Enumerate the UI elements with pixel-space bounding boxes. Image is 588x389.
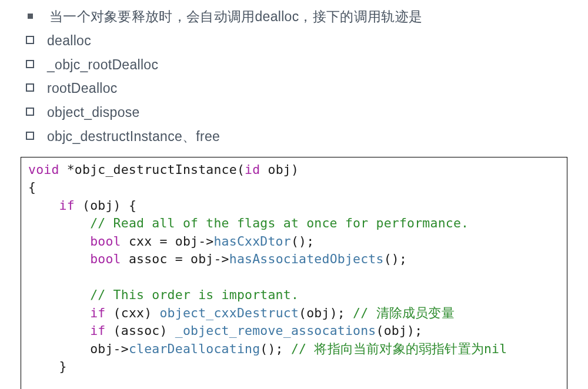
code-text: (); [291, 234, 314, 249]
list-item: 当一个对象要释放时，会自动调用dealloc，接下的调用轨迹是 [21, 6, 567, 28]
code-text: (assoc) [105, 323, 175, 338]
code-comment: // Read all of the flags at once for per… [90, 216, 469, 230]
code-keyword: if [90, 323, 105, 338]
code-block: void *objc_destructInstance(id obj) { if… [21, 157, 567, 389]
code-text: (); [384, 251, 407, 266]
code-keyword: if [90, 306, 105, 320]
code-keyword: if [59, 198, 75, 213]
code-text [28, 234, 90, 249]
code-text [28, 306, 90, 320]
bullet-hollow-icon [26, 132, 34, 140]
list-item-text: _objc_rootDealloc [47, 54, 158, 76]
code-call: hasCxxDtor [213, 234, 290, 249]
list-item: rootDealloc [21, 78, 567, 99]
call-trace-list: 当一个对象要释放时，会自动调用dealloc，接下的调用轨迹是 dealloc … [21, 6, 567, 147]
code-text: { [28, 180, 36, 195]
bullet-filled-icon [28, 14, 33, 19]
code-text: (cxx) [105, 306, 159, 320]
bullet-hollow-icon [26, 36, 34, 44]
code-keyword: bool [90, 251, 121, 266]
code-text: (obj); [376, 323, 423, 338]
code-call: _object_remove_assocations [175, 323, 376, 338]
code-text: (obj); [299, 306, 353, 320]
list-item-text: object_dispose [47, 102, 140, 123]
list-item-text: rootDealloc [47, 78, 118, 99]
list-item-text: dealloc [47, 30, 91, 52]
code-text: (); [260, 341, 291, 356]
code-keyword: bool [90, 234, 121, 249]
code-text: } [28, 359, 67, 374]
code-text [28, 323, 90, 338]
code-keyword: id [245, 162, 260, 177]
bullet-hollow-icon [26, 60, 34, 68]
code-keyword: void [28, 162, 59, 177]
code-text: obj) [260, 162, 299, 177]
list-item-text: 当一个对象要释放时，会自动调用dealloc，接下的调用轨迹是 [49, 6, 422, 28]
list-item-text: objc_destructInstance、free [47, 126, 220, 147]
code-text: (obj) { [75, 198, 136, 213]
code-text [28, 251, 90, 266]
code-call: object_cxxDestruct [159, 306, 299, 320]
code-comment: // This order is important. [90, 287, 299, 302]
code-comment: // 清除成员变量 [353, 306, 455, 320]
list-item: object_dispose [21, 102, 567, 123]
code-comment: // 将指向当前对象的弱指针置为nil [291, 341, 507, 356]
code-text: assoc = obj-> [121, 251, 229, 266]
code-text: *objc_destructInstance( [59, 162, 245, 177]
code-text: obj-> [28, 341, 129, 356]
code-text [28, 198, 59, 213]
code-text [28, 287, 90, 302]
code-text: cxx = obj-> [121, 234, 214, 249]
code-call: hasAssociatedObjects [229, 251, 384, 266]
list-item: _objc_rootDealloc [21, 54, 567, 76]
bullet-hollow-icon [26, 108, 34, 116]
list-item: objc_destructInstance、free [21, 126, 567, 147]
code-call: clearDeallocating [129, 341, 260, 356]
code-text [28, 216, 90, 230]
bullet-hollow-icon [26, 83, 34, 92]
list-item: dealloc [21, 30, 567, 52]
